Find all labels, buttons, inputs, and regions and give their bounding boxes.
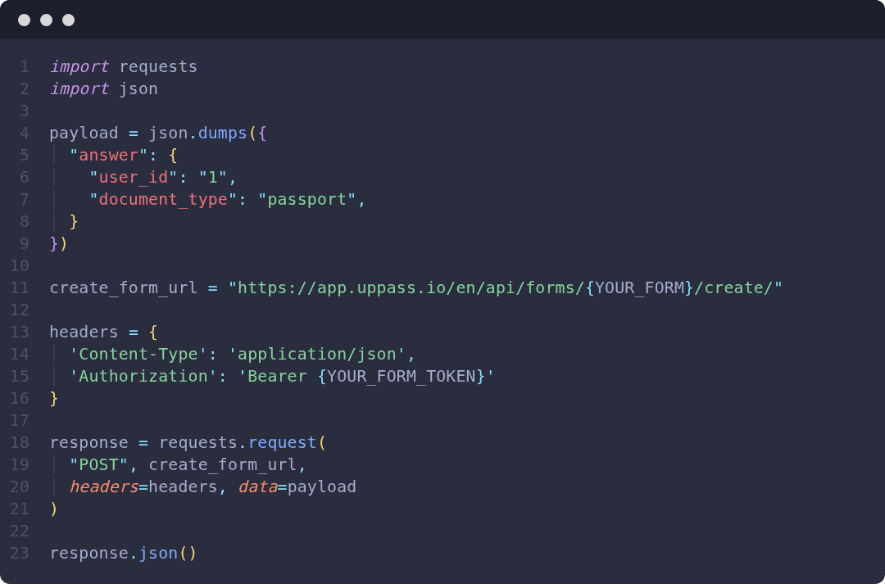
line-content: │ "document_type": "passport", [49,188,367,210]
code-line: 5│ "answer": { [0,144,885,166]
line-number: 16 [0,387,49,409]
line-number: 22 [0,520,49,542]
line-number: 2 [0,78,49,100]
code-line: 20│ headers=headers, data=payload [0,476,885,498]
code-line: 16} [0,387,885,409]
code-line: 21) [0,498,885,520]
line-number: 3 [0,100,49,122]
line-number: 10 [0,255,49,277]
code-line: 4payload = json.dumps({ [0,122,885,144]
line-number: 15 [0,365,49,387]
window-dot-close[interactable] [18,14,30,26]
line-content: response = requests.request( [49,432,327,454]
line-content: │ headers=headers, data=payload [49,476,356,498]
line-number: 20 [0,476,49,498]
line-content: │ "user_id": "1", [49,166,238,188]
code-line: 6│ "user_id": "1", [0,166,885,188]
line-number: 18 [0,432,49,454]
line-number: 21 [0,498,49,520]
line-content: │ 'Content-Type': 'application/json', [49,343,416,365]
line-content: ) [49,498,59,520]
code-line: 10 [0,255,885,277]
line-content: │ 'Authorization': 'Bearer {YOUR_FORM_TO… [49,365,496,387]
code-line: 18response = requests.request( [0,432,885,454]
line-number: 6 [0,166,49,188]
line-content: import json [49,78,158,100]
line-number: 4 [0,122,49,144]
line-number: 14 [0,343,49,365]
window-dot-minimize[interactable] [40,14,52,26]
line-number: 13 [0,321,49,343]
line-content: create_form_url = "https://app.uppass.io… [49,277,783,299]
line-content: headers = { [49,321,158,343]
code-editor: 1import requests2import json34payload = … [0,39,885,584]
line-content: payload = json.dumps({ [49,122,267,144]
line-number: 12 [0,299,49,321]
line-content: │ "POST", create_form_url, [49,454,307,476]
line-number: 23 [0,542,49,564]
line-number: 5 [0,144,49,166]
code-line: 14│ 'Content-Type': 'application/json', [0,343,885,365]
line-content: } [49,387,59,409]
code-line: 22 [0,520,885,542]
line-number: 11 [0,277,49,299]
line-number: 9 [0,233,49,255]
code-line: 23response.json() [0,542,885,564]
code-line: 8│ } [0,210,885,233]
code-line: 13headers = { [0,321,885,343]
code-line: 19│ "POST", create_form_url, [0,454,885,476]
code-line: 12 [0,299,885,321]
code-line: 17 [0,409,885,432]
window-titlebar [0,0,885,39]
code-line: 11create_form_url = "https://app.uppass.… [0,277,885,299]
line-number: 8 [0,210,49,233]
code-line: 15│ 'Authorization': 'Bearer {YOUR_FORM_… [0,365,885,387]
line-number: 19 [0,454,49,476]
line-content: import requests [49,56,198,78]
line-content: │ } [49,210,79,233]
line-number: 1 [0,56,49,78]
line-number: 17 [0,409,49,432]
window-dot-zoom[interactable] [62,14,75,26]
line-content: response.json() [49,542,198,564]
line-content: │ "answer": { [49,144,178,166]
code-line: 2import json [0,78,885,100]
line-number: 7 [0,188,49,210]
code-line: 7│ "document_type": "passport", [0,188,885,210]
code-line: 1import requests [0,56,885,78]
code-line: 3 [0,100,885,122]
line-content: }) [49,233,69,255]
code-window: 1import requests2import json34payload = … [0,0,885,584]
code-line: 9}) [0,233,885,255]
